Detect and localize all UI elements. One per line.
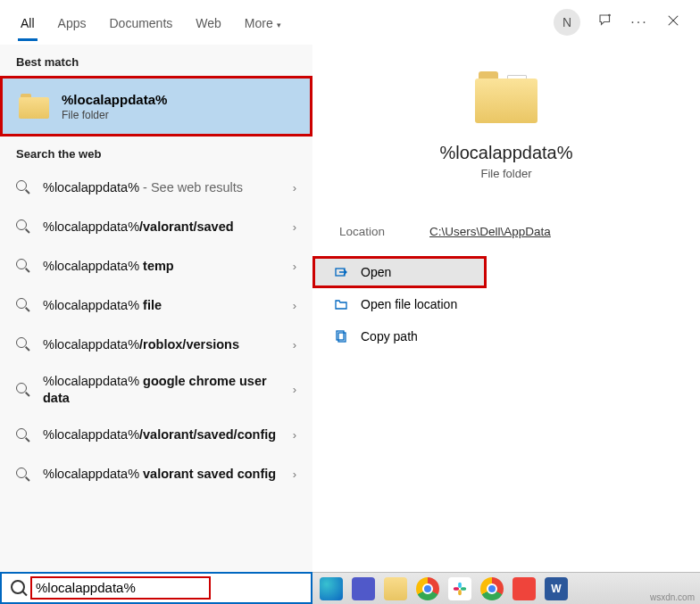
web-result-text: %localappdata% file <box>43 297 280 314</box>
preview-title: %localappdata% <box>440 143 573 163</box>
svg-rect-8 <box>458 589 462 594</box>
web-result-text: %localappdata% valorant saved config <box>43 466 280 483</box>
web-result[interactable]: %localappdata%/roblox/versions › <box>0 325 312 364</box>
web-result-text: %localappdata%/roblox/versions <box>43 336 280 353</box>
chevron-right-icon: › <box>293 338 296 352</box>
preview-panel: %localappdata% File folder Location C:\U… <box>312 45 700 572</box>
search-web-label: Search the web <box>0 137 312 168</box>
web-result-text: %localappdata% google chrome user data <box>43 373 280 407</box>
chevron-right-icon: › <box>293 467 296 481</box>
web-result[interactable]: %localappdata% google chrome user data › <box>0 364 312 416</box>
search-bar[interactable] <box>0 572 312 604</box>
best-match-subtitle: File folder <box>62 109 167 121</box>
action-open[interactable]: Open <box>312 256 487 288</box>
feedback-icon[interactable] <box>596 12 614 32</box>
highlight-best-match: %localappdata% File folder <box>0 76 312 137</box>
tab-apps[interactable]: Apps <box>46 4 98 41</box>
chevron-right-icon: › <box>293 299 296 312</box>
web-result[interactable]: %localappdata% valorant saved config › <box>0 455 312 494</box>
taskbar-teams-icon[interactable] <box>352 577 375 600</box>
copy-icon <box>334 329 348 343</box>
action-label: Open <box>361 265 391 279</box>
svg-point-0 <box>609 14 611 16</box>
svg-rect-7 <box>454 587 459 591</box>
results-panel: Best match %localappdata% File folder Se… <box>0 45 312 572</box>
taskbar-chrome2-icon[interactable] <box>480 577 504 600</box>
more-options-icon[interactable]: ··· <box>630 14 648 30</box>
preview-subtitle: File folder <box>480 167 531 180</box>
svg-rect-6 <box>458 582 462 587</box>
search-icon <box>16 259 30 273</box>
web-result[interactable]: %localappdata% file › <box>0 285 312 325</box>
action-label: Open file location <box>361 297 457 311</box>
web-result-text: %localappdata% temp <box>43 258 280 275</box>
open-icon <box>334 265 348 279</box>
taskbar-explorer-icon[interactable] <box>384 577 407 600</box>
action-label: Copy path <box>361 329 418 343</box>
highlight-search-query <box>30 576 211 600</box>
web-result-text: %localappdata%/valorant/saved <box>43 219 280 236</box>
location-label: Location <box>339 225 385 238</box>
web-result-text: %localappdata% - See web results <box>43 179 280 196</box>
chevron-right-icon: › <box>293 383 296 396</box>
svg-rect-9 <box>461 587 466 591</box>
search-icon <box>16 298 30 312</box>
chevron-right-icon: › <box>293 428 296 442</box>
taskbar-edge-icon[interactable] <box>320 577 343 600</box>
best-match-label: Best match <box>0 45 312 76</box>
search-icon <box>16 180 30 194</box>
action-copy-path[interactable]: Copy path <box>312 320 700 352</box>
close-icon[interactable] <box>664 14 682 30</box>
watermark: wsxdn.com <box>650 592 695 602</box>
search-input[interactable] <box>36 580 205 595</box>
chevron-right-icon: › <box>293 220 296 234</box>
taskbar-slack-icon[interactable] <box>448 577 471 600</box>
folder-icon <box>334 297 348 311</box>
chevron-right-icon: › <box>293 260 296 273</box>
search-icon <box>16 337 30 352</box>
taskbar-word-icon[interactable]: W <box>545 577 568 600</box>
web-result[interactable]: %localappdata%/valorant/saved/config › <box>0 416 312 455</box>
header-tabs: All Apps Documents Web More▾ N ··· <box>0 0 700 45</box>
taskbar-chrome-icon[interactable] <box>416 577 439 600</box>
web-result-text: %localappdata%/valorant/saved/config <box>43 426 280 443</box>
tab-web[interactable]: Web <box>184 4 233 41</box>
taskbar-anydesk-icon[interactable] <box>512 577 536 600</box>
tab-documents[interactable]: Documents <box>97 4 184 41</box>
tab-all[interactable]: All <box>9 4 46 41</box>
folder-icon-large <box>475 71 538 123</box>
web-result[interactable]: %localappdata% - See web results › <box>0 168 312 207</box>
location-link[interactable]: C:\Users\Dell\AppData <box>429 225 551 238</box>
action-open-file-location[interactable]: Open file location <box>312 288 700 320</box>
search-icon <box>16 467 30 482</box>
tab-more[interactable]: More▾ <box>233 4 293 41</box>
search-icon <box>16 428 30 443</box>
web-result[interactable]: %localappdata% temp › <box>0 246 312 285</box>
best-match-item[interactable]: %localappdata% File folder <box>3 79 310 134</box>
search-icon <box>11 580 27 596</box>
web-result[interactable]: %localappdata%/valorant/saved › <box>0 207 312 246</box>
search-icon <box>16 383 30 397</box>
search-icon <box>16 219 30 234</box>
best-match-title: %localappdata% <box>62 92 167 107</box>
user-avatar[interactable]: N <box>554 9 580 36</box>
taskbar: W <box>312 572 700 604</box>
chevron-right-icon: › <box>293 181 296 194</box>
folder-icon <box>19 94 49 119</box>
chevron-down-icon: ▾ <box>277 21 281 29</box>
